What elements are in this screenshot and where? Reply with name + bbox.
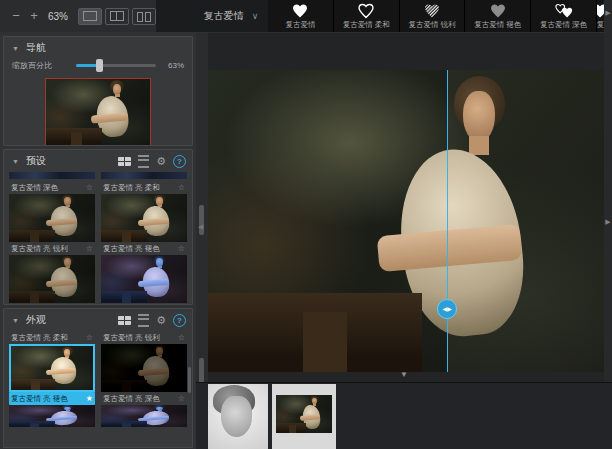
category-label: 复古爱情 bbox=[285, 20, 315, 30]
category-label: 复古爱情 柔和 bbox=[343, 20, 390, 30]
zoom-out-button[interactable]: − bbox=[10, 9, 22, 23]
preset-thumbnail[interactable] bbox=[101, 194, 187, 242]
view-mode-buttons bbox=[78, 8, 156, 25]
filmstrip-collapse-triangle[interactable]: ▼ bbox=[400, 370, 408, 379]
preset-thumbnail[interactable] bbox=[9, 255, 95, 303]
look-thumbnail[interactable] bbox=[9, 405, 95, 427]
heart-filled-icon bbox=[290, 2, 310, 19]
look-card-label-selected[interactable]: 复古爱情 亮 褪色 ★ bbox=[9, 392, 95, 405]
left-panel: ▼ 导航 缩放百分比 63% bbox=[0, 33, 196, 449]
look-card-label[interactable]: 复古爱情 亮 锐利 ☆ bbox=[101, 331, 187, 344]
presets-grid: 复古爱情 深色 ☆ 复古爱情 亮 柔和 ☆ bbox=[4, 170, 192, 303]
chevron-down-icon: ∨ bbox=[252, 11, 259, 21]
compare-view-button[interactable] bbox=[132, 8, 156, 25]
presets-header-icons: ⚙ ? bbox=[118, 155, 186, 168]
look-name: 复古爱情 亮 褪色 bbox=[11, 394, 84, 404]
presets-header[interactable]: ▼ 预设 ⚙ ? bbox=[4, 150, 192, 170]
preset-category-dropdown-label: 复古爱情 bbox=[204, 9, 244, 23]
category-item[interactable]: 复古爱情 锐利 bbox=[400, 0, 466, 32]
look-thumbnail[interactable] bbox=[101, 344, 187, 392]
category-scroll-right-arrow[interactable]: ▶ bbox=[604, 9, 612, 17]
preset-category-strip: 复古爱情 复古爱情 柔和 复古爱情 锐利 bbox=[268, 0, 604, 32]
split-view-icon bbox=[110, 11, 124, 21]
zoom-controls: − + 63% bbox=[0, 0, 156, 32]
favorite-star-icon[interactable]: ☆ bbox=[178, 183, 185, 192]
filmstrip-thumbnail[interactable] bbox=[208, 384, 268, 449]
looks-section: ▼ 外观 ⚙ ? 复古爱情 亮 柔和 ☆ 复古爱情 亮 锐利 bbox=[3, 308, 193, 448]
favorite-star-icon[interactable]: ☆ bbox=[86, 244, 93, 253]
right-panel-expand-arrow[interactable]: ▶ bbox=[604, 218, 612, 226]
category-item-partial[interactable]: 复 bbox=[597, 0, 604, 32]
compare-view-icon bbox=[137, 12, 151, 20]
favorite-star-icon[interactable]: ☆ bbox=[178, 394, 185, 403]
favorite-star-icon[interactable]: ☆ bbox=[178, 333, 185, 342]
look-name: 复古爱情 亮 柔和 bbox=[11, 333, 84, 343]
left-panel-collapse-arrow[interactable]: ◀ bbox=[198, 223, 203, 231]
favorite-star-icon[interactable]: ☆ bbox=[86, 333, 93, 342]
photo-preview[interactable]: ◀▶ bbox=[208, 70, 604, 372]
single-view-button[interactable] bbox=[78, 8, 102, 25]
navigator-preview[interactable] bbox=[45, 78, 151, 146]
preset-thumbnail[interactable] bbox=[101, 255, 187, 303]
preset-name: 复古爱情 亮 柔和 bbox=[103, 183, 176, 193]
presets-section: ▼ 预设 ⚙ ? 复古爱情 深色 ☆ bbox=[3, 149, 193, 305]
gear-icon[interactable]: ⚙ bbox=[156, 156, 166, 166]
look-card-label[interactable]: 复古爱情 亮 柔和 ☆ bbox=[9, 331, 95, 344]
heart-double-icon bbox=[553, 2, 575, 19]
help-icon[interactable]: ? bbox=[173, 155, 186, 168]
preset-name: 复古爱情 深色 bbox=[11, 183, 84, 193]
preset-card-label[interactable]: 复古爱情 亮 褪色 ☆ bbox=[101, 242, 187, 255]
favorite-star-icon[interactable]: ☆ bbox=[86, 183, 93, 192]
favorite-star-icon[interactable]: ☆ bbox=[178, 244, 185, 253]
look-thumbnail[interactable] bbox=[101, 405, 187, 427]
preset-card-label[interactable]: 复古爱情 深色 ☆ bbox=[9, 181, 95, 194]
zoom-percent-row: 缩放百分比 63% bbox=[4, 57, 192, 73]
category-item[interactable]: 复古爱情 深色 bbox=[531, 0, 597, 32]
zoom-in-button[interactable]: + bbox=[28, 9, 40, 23]
list-view-icon[interactable] bbox=[138, 155, 149, 168]
vintage-portrait-image bbox=[276, 395, 332, 433]
zoom-percent-slider[interactable] bbox=[76, 64, 156, 67]
slider-thumb[interactable] bbox=[96, 59, 103, 72]
heart-partial-icon bbox=[597, 2, 604, 19]
grid-view-icon[interactable] bbox=[118, 157, 131, 166]
preset-card-label[interactable]: 复古爱情 亮 锐利 ☆ bbox=[9, 242, 95, 255]
looks-header[interactable]: ▼ 外观 ⚙ ? bbox=[4, 309, 192, 329]
category-item[interactable]: 复古爱情 褪色 bbox=[465, 0, 531, 32]
navigator-header[interactable]: ▼ 导航 bbox=[4, 37, 192, 57]
looks-scrollbar-thumb[interactable] bbox=[188, 367, 191, 393]
grid-view-icon[interactable] bbox=[118, 316, 131, 325]
preset-thumbnail-partial[interactable] bbox=[9, 172, 95, 179]
preset-sliver-row bbox=[9, 172, 187, 181]
panel-gutter: ◀ bbox=[196, 33, 208, 382]
preset-thumbnail[interactable] bbox=[9, 194, 95, 242]
list-view-icon[interactable] bbox=[138, 314, 149, 327]
category-label: 复 bbox=[597, 20, 604, 30]
compare-split-line[interactable] bbox=[447, 70, 448, 372]
bw-portrait-image bbox=[208, 384, 268, 449]
look-card-label[interactable]: 复古爱情 亮 深色 ☆ bbox=[101, 392, 187, 405]
category-item[interactable]: 复古爱情 bbox=[268, 0, 334, 32]
preset-card-label[interactable]: 复古爱情 亮 柔和 ☆ bbox=[101, 181, 187, 194]
look-thumbnail-selected[interactable] bbox=[9, 344, 95, 392]
zoom-level-value: 63% bbox=[48, 11, 68, 22]
help-icon[interactable]: ? bbox=[173, 314, 186, 327]
looks-header-icons: ⚙ ? bbox=[118, 314, 186, 327]
preset-name: 复古爱情 亮 褪色 bbox=[103, 244, 176, 254]
collapse-triangle-icon: ▼ bbox=[12, 158, 19, 165]
collapse-triangle-icon: ▼ bbox=[12, 317, 19, 324]
zoom-percent-label: 缩放百分比 bbox=[12, 60, 70, 71]
category-label: 复古爱情 锐利 bbox=[408, 20, 455, 30]
filmstrip-thumbnail-selected[interactable] bbox=[272, 384, 336, 449]
preset-thumbnail-partial[interactable] bbox=[101, 172, 187, 179]
photo-editor-window: − + 63% 复古爱情 ∨ 复古爱情 bbox=[0, 0, 612, 449]
split-view-button[interactable] bbox=[105, 8, 129, 25]
right-panel-collapsed-bar: ▶ ▶ bbox=[604, 0, 612, 382]
slider-fill bbox=[76, 64, 98, 67]
gear-icon[interactable]: ⚙ bbox=[156, 315, 166, 325]
category-label: 复古爱情 深色 bbox=[540, 20, 587, 30]
preset-category-dropdown[interactable]: 复古爱情 ∨ bbox=[198, 0, 264, 32]
category-item[interactable]: 复古爱情 柔和 bbox=[334, 0, 400, 32]
favorite-star-icon[interactable]: ★ bbox=[86, 394, 93, 403]
navigator-thumbnail-image bbox=[46, 79, 150, 145]
